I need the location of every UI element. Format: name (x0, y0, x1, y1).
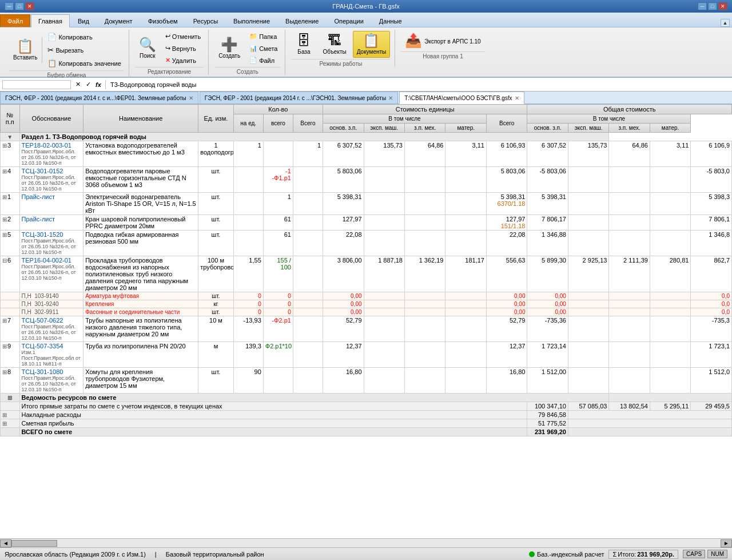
win-close-button[interactable]: ✕ (718, 2, 727, 10)
scroll-area[interactable]: ◄ ► (0, 538, 732, 547)
formula-fx-button[interactable]: fx (94, 80, 103, 89)
ribbon: Файл Главная Вид Документ Физобъем Ресур… (0, 13, 732, 78)
folder-button[interactable]: 📁Папка (246, 31, 280, 42)
paste-button[interactable]: 📋 Вставить (9, 37, 42, 63)
row-num: ⊞ 3 (1, 141, 20, 167)
row-expand-icon[interactable]: ⊞ (2, 142, 7, 149)
tab-file[interactable]: Файл (0, 14, 30, 27)
row-expand-icon[interactable]: ⊞ (2, 317, 7, 324)
basis-link[interactable]: Прайс-лист (22, 193, 82, 200)
resource-cost-all: 0,00 (323, 300, 364, 308)
ribbon-collapse-button[interactable]: ▲ (721, 19, 730, 27)
status-calc-method: Баз.-индексный расчет (537, 551, 604, 558)
create-button[interactable]: ➕ Создать (214, 35, 244, 62)
tab-gesn01-close[interactable]: ✕ (388, 95, 393, 101)
row-num: ⊞ 4 (1, 167, 20, 193)
status-territory: Базовый территориальный район (166, 551, 264, 558)
row-cost-mash (405, 342, 445, 368)
row-expand-icon[interactable]: ⊞ (2, 194, 7, 200)
copy-value-button[interactable]: 📋Копировать значение (45, 57, 124, 69)
undo-button[interactable]: ↩Отменить (162, 31, 204, 42)
documents-button[interactable]: 📋 Документы (353, 31, 391, 58)
basis-link[interactable]: ТЕР18-02-003-01 (22, 142, 82, 149)
cell-name-input[interactable] (2, 80, 71, 89)
tab-home[interactable]: Главная (31, 14, 70, 27)
row-qty-total (293, 368, 323, 394)
cut-button[interactable]: ✂Вырезать (45, 44, 124, 56)
tab-operations[interactable]: Операции (327, 14, 371, 27)
row-total-all: 7 806,17 (527, 215, 568, 231)
row-expand-icon[interactable]: ⊞ (2, 343, 7, 349)
tab-gv[interactable]: Т:\СВЕТЛАНА\сметы\ООО БЭСТ\ГВ.gsfx ✕ (399, 92, 524, 104)
tab-execution[interactable]: Выполнение (226, 14, 277, 27)
table-body: ▼ Раздел 1. Т3-Водопровод горячей воды ⊞… (1, 133, 732, 436)
resource-qty-all: 0 (263, 308, 293, 316)
base-button[interactable]: 🗄 База (291, 31, 316, 58)
row6-expand-icon[interactable]: ⊟ (2, 257, 7, 264)
win-minimize-button[interactable]: ─ (698, 2, 707, 10)
scroll-right-button[interactable]: ► (721, 539, 732, 547)
row-name: Установка водоподогревателей емкостных в… (83, 141, 198, 167)
row-expand-icon[interactable]: ⊞ (2, 232, 7, 238)
restore-button[interactable]: □ (15, 2, 24, 10)
basis-link[interactable]: ТСЦ-507-0622 (22, 317, 82, 324)
file-button[interactable]: 📄Файл (246, 55, 280, 66)
row-expand-icon[interactable]: ⊞ (2, 216, 7, 223)
close-button[interactable]: ✕ (25, 2, 34, 10)
resource-qty-total (293, 292, 323, 300)
delete-button[interactable]: ✕Удалить (162, 55, 204, 66)
formula-input[interactable] (108, 81, 730, 88)
row-basis: ТСЦ-301-0152 Пост.Правит.Ярос.обл. от 26… (19, 167, 83, 193)
scroll-left-button[interactable]: ◄ (0, 539, 11, 547)
table-row: ⊞ 8 ТСЦ-301-1080 Пост.Правит.Ярос.обл. о… (1, 368, 732, 394)
objects-button[interactable]: 🏗 Объекты (319, 31, 350, 58)
overhead-expand-icon[interactable]: ⊞ (2, 412, 7, 418)
tab-fer01[interactable]: ГЭСН, ФЕР - 2001 (редакция 2014 г. с и..… (0, 92, 198, 104)
profit-expand-icon[interactable]: ⊞ (2, 420, 7, 427)
basis-link[interactable]: ТЕР16-04-002-01 (22, 257, 82, 264)
resources-collapse-icon[interactable]: ⊞ (7, 395, 12, 401)
tab-data[interactable]: Данные (372, 14, 409, 27)
clipboard-label: Буфер обмена (9, 70, 124, 78)
summary-direct-total: 100 347,10 (527, 402, 568, 411)
formula-cancel-button[interactable]: ✕ (73, 80, 82, 89)
tab-gv-close[interactable]: ✕ (515, 95, 519, 101)
section-collapse-icon[interactable]: ▼ (7, 134, 13, 140)
table-area[interactable]: № п.п Обоснование Наименование Ед. изм. … (0, 104, 732, 538)
scroll-thumb[interactable] (11, 540, 57, 547)
tab-physvolume[interactable]: Физобъем (141, 14, 185, 27)
section-expand[interactable]: ▼ (1, 133, 20, 141)
minimize-button[interactable]: ─ (5, 2, 14, 10)
estimate-button[interactable]: 📊Смета (246, 43, 280, 54)
row-total-all: -735,36 (527, 316, 568, 342)
row-qty-all: 61 (263, 215, 293, 231)
row-cost-mat: 5 803,06 (486, 167, 527, 193)
tab-document[interactable]: Документ (97, 14, 140, 27)
tab-resources[interactable]: Ресурсы (186, 14, 225, 27)
basis-link[interactable]: ТСЦ-507-3354 (22, 343, 82, 349)
row-cost-zpmeh (445, 342, 486, 368)
basis-link[interactable]: ТСЦ-301-1520 (22, 231, 82, 238)
row-expand-icon[interactable]: ⊞ (2, 369, 7, 375)
basis-link[interactable]: ТСЦ-301-1080 (22, 368, 82, 375)
copy-button[interactable]: 📄Копировать (45, 31, 124, 43)
scroll-track[interactable] (11, 539, 721, 547)
row-expand-icon[interactable]: ⊞ (2, 168, 7, 174)
row-total-zpmeh (650, 167, 690, 193)
tab-view[interactable]: Вид (70, 14, 97, 27)
tab-selection[interactable]: Выделение (278, 14, 326, 27)
search-button[interactable]: 🔍 Поиск (135, 35, 160, 62)
basis-link[interactable]: Прайс-лист (22, 216, 82, 223)
basis-sub: Изм.1Пост.Правит.Ярос.обл от 18.10.11 №8… (22, 349, 82, 367)
redo-button[interactable]: ↪Вернуть (162, 43, 204, 54)
resources-expand[interactable]: ⊞ (1, 394, 20, 402)
tab-gesn01[interactable]: ГЭСН, ФЕР - 2001 (редакция 2014 г. с ...… (200, 92, 398, 104)
folder-icon: 📁 (249, 33, 257, 40)
tab-fer01-close[interactable]: ✕ (189, 95, 193, 101)
formula-bar: ✕ ✓ fx (0, 78, 732, 92)
basis-link[interactable]: ТСЦ-301-0152 (22, 168, 82, 174)
row-cost-zp (364, 316, 404, 342)
export-arps-button[interactable]: 📤 Экспорт в АРПС 1.10 (401, 31, 484, 50)
formula-confirm-button[interactable]: ✓ (83, 80, 93, 89)
win-restore-button[interactable]: □ (708, 2, 717, 10)
